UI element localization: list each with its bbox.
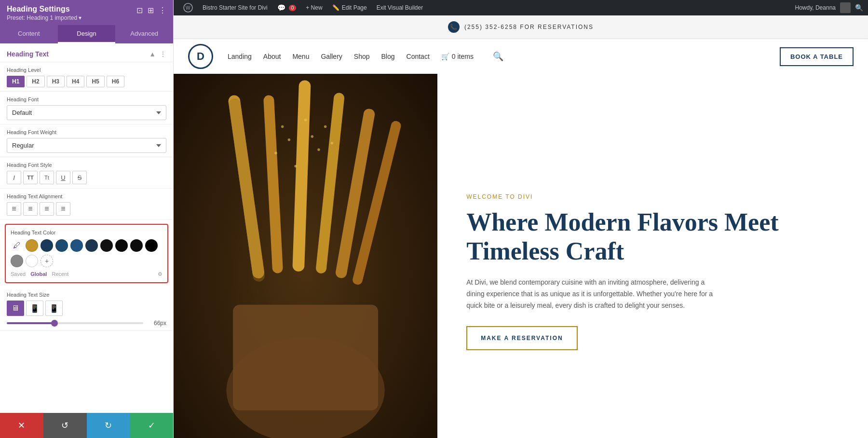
section-title: Heading Text <box>7 50 49 58</box>
tab-design[interactable]: Design <box>58 25 116 43</box>
align-center[interactable]: ≡ <box>23 202 38 216</box>
svg-text:W: W <box>186 5 190 11</box>
nav-link-contact[interactable]: Contact <box>407 53 430 60</box>
color-swatch-navy2[interactable] <box>55 239 68 252</box>
align-right[interactable]: ≡ <box>40 202 54 216</box>
color-tab-global[interactable]: Global <box>30 271 47 277</box>
color-swatch-gold[interactable] <box>26 239 38 252</box>
heading-font-style-buttons: I TT Tt U S <box>7 171 166 184</box>
nav-link-shop[interactable]: Shop <box>354 53 370 60</box>
slider-fill <box>7 322 54 324</box>
color-swatches-row2: + <box>11 255 163 267</box>
panel-grid-icon[interactable]: ⊞ <box>148 6 154 15</box>
nav-link-gallery[interactable]: Gallery <box>321 53 342 60</box>
section-more-icon[interactable]: ⋮ <box>160 50 166 58</box>
size-slider-track[interactable] <box>7 322 143 324</box>
color-eyedropper-icon[interactable]: 🖊 <box>11 239 23 252</box>
color-swatch-navy3[interactable] <box>70 239 83 252</box>
svg-point-13 <box>288 138 290 141</box>
site-logo[interactable]: D <box>188 44 213 69</box>
device-buttons: 🖥 📱 📱 <box>7 301 166 316</box>
nav-cart[interactable]: 🛒 0 items <box>441 53 474 60</box>
cart-icon: 🛒 <box>441 53 449 60</box>
panel-tabs: Content Design Advanced <box>0 25 173 43</box>
color-swatch-black4[interactable] <box>145 239 158 252</box>
font-style-capitalize[interactable]: Tt <box>40 171 54 184</box>
font-style-underline[interactable]: U <box>56 171 70 184</box>
main-area: W Bistro Starter Site for Divi 💬 0 + New… <box>174 0 868 438</box>
panel-display-icon[interactable]: ⊡ <box>136 6 143 15</box>
book-table-button[interactable]: BOOK A TABLE <box>780 47 854 66</box>
panel-preset[interactable]: Preset: Heading 1 imported ▾ <box>7 14 81 21</box>
color-swatch-navy4[interactable] <box>85 239 98 252</box>
slider-thumb[interactable] <box>51 320 58 327</box>
nav-link-landing[interactable]: Landing <box>228 53 252 60</box>
panel-bottom-bar: ✕ ↺ ↻ ✓ <box>0 413 173 438</box>
heading-level-buttons: H1 H2 H3 H4 H5 H6 <box>7 76 166 87</box>
wp-bar-comments[interactable]: 💬 0 <box>272 0 301 15</box>
heading-level-h5[interactable]: H5 <box>86 76 104 87</box>
heading-font-select[interactable]: Default <box>7 105 166 120</box>
device-tablet[interactable]: 📱 <box>26 301 43 316</box>
color-swatch-navy1[interactable] <box>41 239 53 252</box>
heading-level-h1[interactable]: H1 <box>7 76 25 87</box>
heading-font-weight-select[interactable]: Regular <box>7 138 166 153</box>
align-justify[interactable]: ≡ <box>56 202 70 216</box>
nav-link-menu[interactable]: Menu <box>292 53 309 60</box>
save-button[interactable]: ✓ <box>130 413 173 438</box>
wp-bar-site-name[interactable]: Bistro Starter Site for Divi <box>198 0 272 15</box>
nav-search-icon[interactable]: 🔍 <box>493 51 503 62</box>
panel-more-icon[interactable]: ⋮ <box>159 6 166 15</box>
font-style-strikethrough[interactable]: S <box>72 171 87 184</box>
wp-bar-user: Howdy, Deanna <box>795 4 836 11</box>
size-slider-value[interactable]: 66px <box>148 320 166 327</box>
font-style-italic[interactable]: I <box>7 171 21 184</box>
wp-bar-exit-builder[interactable]: Exit Visual Builder <box>372 0 428 15</box>
hero-content: WELCOME TO DIVI Where Modern Flavors Mee… <box>437 74 868 438</box>
heading-level-h6[interactable]: H6 <box>107 76 124 87</box>
color-add-button[interactable]: + <box>41 255 53 267</box>
color-swatch-gray[interactable] <box>11 255 23 267</box>
wp-logo[interactable]: W <box>178 0 198 15</box>
heading-text-color-field: Heading Text Color 🖊 + <box>5 224 168 283</box>
undo-button[interactable]: ↻ <box>87 413 130 438</box>
hero-subtitle: WELCOME TO DIVI <box>466 193 839 200</box>
color-swatch-black1[interactable] <box>100 239 113 252</box>
tab-content[interactable]: Content <box>0 25 58 43</box>
svg-point-17 <box>311 135 313 137</box>
device-mobile[interactable]: 📱 <box>45 301 63 316</box>
svg-point-12 <box>281 125 284 128</box>
make-reservation-button[interactable]: MAKE A RESERVATION <box>466 326 577 350</box>
nav-link-blog[interactable]: Blog <box>381 53 395 60</box>
reset-button[interactable]: ↺ <box>43 413 87 438</box>
heading-level-h2[interactable]: H2 <box>27 76 44 87</box>
wp-bar-edit-page[interactable]: ✏️ Edit Page <box>327 0 372 15</box>
heading-font-weight-label: Heading Font Weight <box>7 129 166 135</box>
user-avatar <box>840 2 851 13</box>
wp-bar-right: Howdy, Deanna 🔍 <box>795 2 864 13</box>
svg-rect-4 <box>233 305 378 411</box>
tab-advanced[interactable]: Advanced <box>115 25 173 43</box>
device-desktop[interactable]: 🖥 <box>7 301 24 316</box>
heading-text-alignment-field: Heading Text Alignment ≡ ≡ ≡ ≡ <box>0 189 173 220</box>
heading-level-h3[interactable]: H3 <box>47 76 65 87</box>
color-swatches-row1: 🖊 <box>11 239 163 252</box>
color-swatch-white[interactable] <box>26 255 38 267</box>
panel-body: Heading Text ▲ ⋮ Heading Level H1 H2 H3 … <box>0 43 173 438</box>
nav-link-about[interactable]: About <box>263 53 281 60</box>
site-nav: D Landing About Menu Gallery Shop Blog C… <box>174 39 868 74</box>
color-swatch-black3[interactable] <box>130 239 143 252</box>
align-left[interactable]: ≡ <box>7 202 21 216</box>
heading-level-h4[interactable]: H4 <box>67 76 84 87</box>
svg-point-16 <box>304 119 307 121</box>
cancel-button[interactable]: ✕ <box>0 413 43 438</box>
color-tab-recent[interactable]: Recent <box>52 271 68 277</box>
svg-point-18 <box>317 149 320 151</box>
wp-bar-new[interactable]: + New <box>301 0 327 15</box>
search-icon[interactable]: 🔍 <box>855 4 863 12</box>
color-tab-saved[interactable]: Saved <box>11 271 26 277</box>
font-style-uppercase[interactable]: TT <box>23 171 38 184</box>
color-settings-icon[interactable]: ⚙ <box>158 271 163 277</box>
section-chevron-up-icon[interactable]: ▲ <box>149 50 156 58</box>
color-swatch-black2[interactable] <box>115 239 128 252</box>
